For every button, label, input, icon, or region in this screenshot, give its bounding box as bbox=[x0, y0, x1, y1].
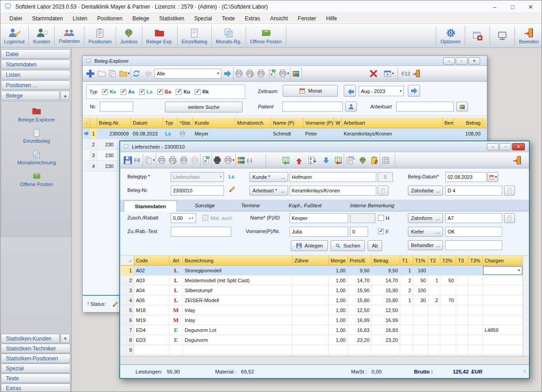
item-row-5[interactable]: 5M18MInlay1,0012,5012,50 bbox=[121, 305, 523, 315]
behandler-button[interactable]: Behandler... bbox=[408, 240, 443, 250]
explorer-titlebar[interactable]: Beleg-Explorer – ▫ ✕ bbox=[83, 56, 487, 66]
arbeitsart-lookup-button[interactable] bbox=[456, 102, 468, 112]
panel-belege-explorer[interactable]: Belege Explorer bbox=[2, 103, 71, 125]
excel-export-button[interactable] bbox=[201, 156, 210, 165]
save-button[interactable]: F8 bbox=[123, 155, 140, 165]
zahnform-button[interactable]: Zahnform... bbox=[408, 213, 443, 223]
item-row-4[interactable]: 4A06LZEISER-Modell1,0015,8015,80130270 bbox=[121, 295, 523, 305]
toolbar-belege-exp[interactable]: Belege Exp. bbox=[143, 24, 177, 47]
fax-print-button[interactable] bbox=[213, 156, 222, 165]
kunde-input[interactable]: Hofmann bbox=[290, 172, 376, 182]
panel-offene-posten[interactable]: Offene Posten bbox=[2, 168, 71, 190]
move-up-button[interactable] bbox=[295, 156, 303, 164]
monat-button[interactable]: Monat bbox=[283, 85, 338, 97]
period-next-button[interactable] bbox=[408, 85, 420, 97]
explorer-row-1[interactable]: 1 2300009 09.08.2023 Ls Meyer Schmidt Pe… bbox=[83, 128, 486, 139]
toolbar-login[interactable]: Login/out bbox=[0, 24, 28, 47]
kunde-button[interactable]: Kunde *... bbox=[249, 172, 288, 182]
sidebar-positionen[interactable]: Positionen ... bbox=[1, 80, 70, 90]
toolbar-jumbos[interactable]: Jumbos bbox=[117, 24, 141, 47]
behandler-input[interactable] bbox=[445, 240, 502, 250]
beleg-datum-input[interactable]: 02.08.2023 bbox=[445, 172, 487, 182]
columns-button[interactable] bbox=[291, 69, 300, 78]
nr-input[interactable] bbox=[100, 102, 133, 112]
sidebar-extras[interactable]: Extras bbox=[1, 383, 70, 392]
item-row-9[interactable]: 9 bbox=[121, 345, 523, 355]
tab-interne-bemerkung[interactable]: Interne Bemerkung bbox=[350, 203, 394, 208]
panel-einzelbeleg[interactable]: Einzelbeleg bbox=[2, 125, 71, 146]
weitere-suche-button[interactable]: weitere Suche bbox=[165, 102, 243, 112]
toolbar-offene-posten[interactable]: Offene Posten bbox=[247, 24, 285, 47]
menu-hilfe[interactable]: Hilfe bbox=[322, 14, 341, 23]
panel-monatsrechnung[interactable]: Monatsrechnung bbox=[2, 147, 71, 168]
grid-button[interactable] bbox=[381, 156, 390, 165]
sidebar-datei[interactable]: Datei bbox=[1, 49, 70, 59]
kiefer-button[interactable]: Kiefer... bbox=[408, 227, 443, 237]
zahnfarbe-button[interactable]: Zahnfarbe... bbox=[408, 186, 443, 196]
nav-forward-button[interactable] bbox=[223, 69, 232, 78]
menu-stammdaten[interactable]: Stammdaten bbox=[28, 14, 67, 23]
item-row-3[interactable]: 3A04LSilberstumpf1,0015,9015,902100 bbox=[121, 285, 523, 295]
maximize-button[interactable]: □ bbox=[504, 1, 522, 13]
explorer-minimize-button[interactable]: – bbox=[443, 57, 455, 65]
menu-fenster[interactable]: Fenster bbox=[293, 14, 321, 23]
typ-ku[interactable]: Ku bbox=[176, 89, 190, 95]
edit-pencil-icon[interactable] bbox=[229, 186, 236, 193]
item-row-6[interactable]: 6M19MInlay1,0016,9916,99 bbox=[121, 315, 523, 325]
tab-termine[interactable]: Termine bbox=[241, 203, 260, 208]
sidebar-stammdaten[interactable]: Stammdaten bbox=[1, 60, 70, 69]
print-preview-button[interactable] bbox=[179, 156, 188, 165]
mat-auch-checkbox-group[interactable]: Mat. auch bbox=[202, 215, 232, 221]
datum-calendar-button[interactable]: ▾ bbox=[487, 172, 498, 182]
export-folder-button[interactable]: ▾ bbox=[119, 69, 130, 78]
close-window-door-button[interactable] bbox=[412, 69, 421, 78]
toolbar-positionen[interactable]: Positionen bbox=[85, 24, 115, 47]
explorer-close-button[interactable]: ✕ bbox=[468, 57, 480, 65]
period-prev-button[interactable] bbox=[344, 85, 356, 97]
arbeitsart-add-button[interactable] bbox=[378, 186, 388, 196]
archive-button[interactable]: (-) bbox=[237, 156, 252, 165]
menu-datei[interactable]: Datei bbox=[5, 14, 27, 23]
new-record-button[interactable] bbox=[85, 69, 95, 79]
menu-statistiken[interactable]: Statistiken bbox=[155, 14, 189, 23]
menu-extras[interactable]: Extras bbox=[240, 14, 265, 23]
edit-note-button[interactable] bbox=[370, 156, 379, 165]
move-down-button[interactable] bbox=[321, 156, 329, 164]
h-checkbox-group[interactable]: H bbox=[378, 215, 389, 221]
tab-stammdaten[interactable]: Stammdaten bbox=[124, 201, 177, 212]
print-button[interactable] bbox=[234, 69, 243, 78]
items-scrollbar[interactable] bbox=[523, 256, 528, 356]
refresh-button[interactable] bbox=[132, 69, 141, 78]
print-preview-button[interactable] bbox=[257, 69, 266, 78]
zusch-rabatt-spinner[interactable]: 0,00 ▲▼ bbox=[171, 213, 196, 223]
typ-as[interactable]: As bbox=[121, 89, 135, 95]
sort-az-button[interactable] bbox=[308, 156, 317, 165]
lieferschein-maximize-button[interactable]: ▫ bbox=[500, 143, 511, 150]
kiefer-input[interactable]: OK bbox=[445, 227, 502, 237]
vorname-nr-input[interactable]: 0 bbox=[350, 227, 368, 237]
positions-list-button[interactable] bbox=[345, 156, 355, 165]
menu-belege[interactable]: Belege bbox=[128, 14, 154, 23]
expand-arrow-icon[interactable]: ▼ bbox=[61, 334, 70, 343]
filter-select[interactable]: Alle▾ bbox=[154, 69, 221, 79]
typ-ls[interactable]: Ls bbox=[139, 89, 153, 95]
toolbar-einzelbeleg[interactable]: Einzelbeleg bbox=[178, 24, 211, 47]
anlegen-button[interactable]: Anlegen bbox=[291, 240, 328, 251]
item-row-1[interactable]: 1 A02 L Stonegipsmodell 1,00 9,50 9,50 1… bbox=[121, 266, 523, 275]
arbeitsart-input[interactable]: Keramikinlays/Kronen bbox=[290, 186, 376, 196]
resize-grip-icon[interactable]: ⠿ bbox=[523, 369, 526, 374]
suchen-button[interactable]: Suchen bbox=[331, 240, 365, 251]
delete-button[interactable] bbox=[369, 69, 378, 79]
minimize-button[interactable]: – bbox=[486, 1, 504, 13]
toolbar-monitor[interactable] bbox=[491, 24, 514, 47]
toolbar-beenden[interactable]: Beenden bbox=[515, 24, 542, 47]
toolbar-optionen[interactable]: Optionen bbox=[437, 24, 464, 47]
typ-kv[interactable]: Kv bbox=[102, 89, 116, 95]
print-download-button[interactable]: ▾ bbox=[224, 156, 234, 165]
nav-back-button[interactable] bbox=[144, 69, 153, 78]
menu-texte[interactable]: Texte bbox=[217, 14, 239, 23]
typ-gs[interactable]: Gs bbox=[157, 89, 172, 95]
delete-row-button[interactable] bbox=[334, 156, 343, 165]
name-input[interactable]: Kesper bbox=[290, 213, 348, 223]
zahnform-input[interactable]: A7 bbox=[445, 213, 502, 223]
